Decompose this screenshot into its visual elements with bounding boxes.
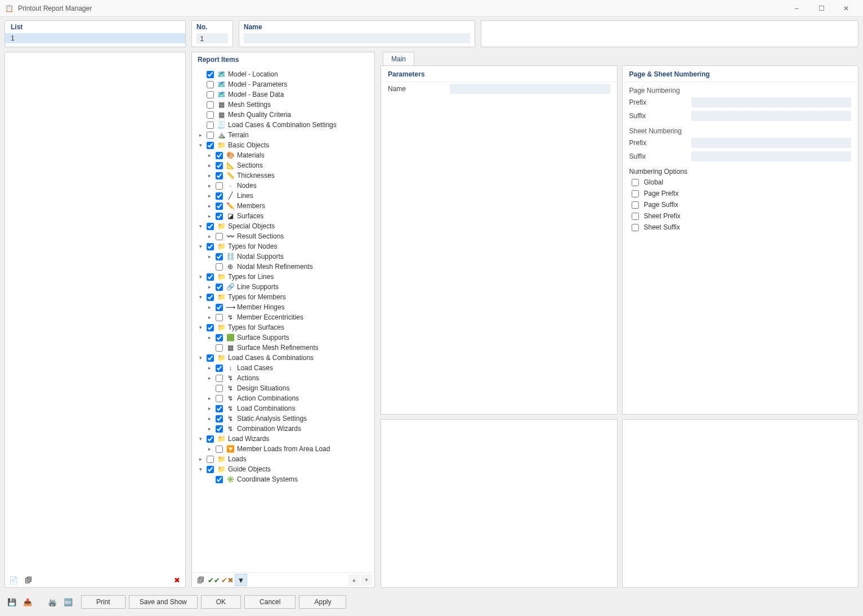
- tree-item[interactable]: ▸⟶Member Hinges: [198, 302, 372, 312]
- tree-item-checkbox[interactable]: [207, 142, 214, 149]
- maximize-button[interactable]: ☐: [809, 1, 834, 16]
- tree-item-checkbox[interactable]: [216, 425, 223, 433]
- numbering-option-checkbox[interactable]: [632, 179, 639, 186]
- expand-icon[interactable]: ▸: [207, 444, 212, 454]
- tree-item[interactable]: ▸📏Thicknesses: [198, 170, 372, 181]
- tree-item-checkbox[interactable]: [207, 466, 214, 473]
- tree-item[interactable]: ▸↯Action Combinations: [198, 393, 372, 403]
- tree-item[interactable]: ▸↯Actions: [198, 373, 372, 383]
- expand-icon[interactable]: ▸: [207, 393, 212, 403]
- close-button[interactable]: ✕: [834, 1, 858, 16]
- tree-item[interactable]: 🗺️Model - Location: [198, 69, 372, 79]
- collapse-icon[interactable]: ▾: [198, 353, 203, 363]
- tree-item-checkbox[interactable]: [216, 476, 223, 483]
- tree-item-checkbox[interactable]: [207, 273, 214, 281]
- tree-item[interactable]: ▸⛰️Terrain: [198, 130, 372, 140]
- tree-item[interactable]: ✳️Coordinate Systems: [198, 474, 372, 484]
- expand-icon[interactable]: ▸: [207, 231, 212, 241]
- expand-icon[interactable]: ▸: [207, 251, 212, 262]
- list-item[interactable]: 1: [5, 33, 185, 43]
- ok-button[interactable]: OK: [201, 595, 241, 609]
- tree-item-checkbox[interactable]: [216, 253, 223, 260]
- tree-item[interactable]: ▸↓Load Cases: [198, 363, 372, 373]
- language-button[interactable]: 🔤: [62, 596, 74, 608]
- tree-item-checkbox[interactable]: [207, 223, 214, 230]
- tree-item-checkbox[interactable]: [216, 192, 223, 200]
- tree-item-checkbox[interactable]: [207, 122, 214, 129]
- export-button[interactable]: 💾: [6, 596, 18, 608]
- expand-icon[interactable]: ▸: [207, 191, 212, 201]
- copy-list-button[interactable]: 🗐: [22, 574, 34, 586]
- report-items-tree[interactable]: 🗺️Model - Location🗺️Model - Parameters🗺️…: [192, 67, 374, 572]
- tree-item-checkbox[interactable]: [207, 111, 214, 119]
- tree-item[interactable]: ↯Design Situations: [198, 383, 372, 393]
- tree-item[interactable]: ▸✏️Members: [198, 201, 372, 211]
- expand-icon[interactable]: ▸: [207, 302, 212, 312]
- tree-item-checkbox[interactable]: [216, 172, 223, 179]
- tree-item-checkbox[interactable]: [207, 324, 214, 331]
- tree-item[interactable]: ▾📁Types for Surfaces: [198, 322, 372, 332]
- expand-icon[interactable]: ▸: [207, 160, 212, 170]
- tree-item-checkbox[interactable]: [216, 284, 223, 291]
- expand-icon[interactable]: ▸: [207, 363, 212, 373]
- tree-item[interactable]: ▾📁Load Cases & Combinations: [198, 353, 372, 363]
- tree-item[interactable]: ▾📁Special Objects: [198, 221, 372, 231]
- expand-icon[interactable]: ▸: [207, 332, 212, 343]
- tree-item[interactable]: ▸🟩Surface Supports: [198, 332, 372, 343]
- tree-filter-button[interactable]: ▼: [235, 574, 247, 586]
- tree-item-checkbox[interactable]: [216, 415, 223, 422]
- expand-icon[interactable]: ▸: [207, 282, 212, 292]
- tree-item-checkbox[interactable]: [207, 91, 214, 98]
- tree-item[interactable]: ▸🔗Line Supports: [198, 282, 372, 292]
- expand-icon[interactable]: ▸: [207, 424, 212, 434]
- tree-item-checkbox[interactable]: [216, 314, 223, 321]
- tree-item-checkbox[interactable]: [216, 152, 223, 159]
- tree-item[interactable]: ▾📁Types for Lines: [198, 272, 372, 282]
- expand-icon[interactable]: ▸: [207, 373, 212, 383]
- collapse-icon[interactable]: ▾: [198, 272, 203, 282]
- tree-item[interactable]: ▸·Nodes: [198, 181, 372, 191]
- name-field[interactable]: [244, 33, 470, 43]
- tree-item-checkbox[interactable]: [207, 81, 214, 88]
- tree-copy-button[interactable]: 🗐: [194, 574, 207, 586]
- print-preview-button[interactable]: 🖨️: [46, 596, 59, 608]
- expand-icon[interactable]: ▸: [207, 181, 212, 191]
- tree-item-checkbox[interactable]: [216, 162, 223, 169]
- numbering-option-checkbox[interactable]: [632, 213, 639, 220]
- collapse-icon[interactable]: ▾: [198, 140, 203, 150]
- tree-item-checkbox[interactable]: [207, 354, 214, 362]
- tree-item-checkbox[interactable]: [216, 395, 223, 402]
- tree-item[interactable]: ▸📁Loads: [198, 454, 372, 464]
- expand-icon[interactable]: ▸: [207, 413, 212, 424]
- move-down-button[interactable]: ▼: [361, 574, 372, 586]
- tree-item-checkbox[interactable]: [207, 294, 214, 301]
- save-and-show-button[interactable]: Save and Show: [129, 595, 198, 609]
- collapse-icon[interactable]: ▾: [198, 464, 203, 474]
- tree-item-checkbox[interactable]: [207, 243, 214, 250]
- collapse-icon[interactable]: ▾: [198, 221, 203, 231]
- tree-item[interactable]: ▸〰️Result Sections: [198, 231, 372, 241]
- tree-check-all-button[interactable]: ✔✔: [208, 574, 220, 586]
- expand-icon[interactable]: ▸: [198, 454, 203, 464]
- tree-item[interactable]: ▾📁Guide Objects: [198, 464, 372, 474]
- collapse-icon[interactable]: ▾: [198, 322, 203, 332]
- expand-icon[interactable]: ▸: [207, 150, 212, 160]
- tree-item-checkbox[interactable]: [216, 213, 223, 220]
- tree-item[interactable]: ▸╱Lines: [198, 191, 372, 201]
- tree-item[interactable]: ▾📁Types for Nodes: [198, 241, 372, 251]
- tree-item[interactable]: ▦Mesh Quality Criteria: [198, 110, 372, 120]
- tree-item-checkbox[interactable]: [207, 71, 214, 78]
- move-up-button[interactable]: ▲: [348, 574, 360, 586]
- tree-item[interactable]: ▸◪Surfaces: [198, 211, 372, 221]
- tree-item-checkbox[interactable]: [216, 233, 223, 240]
- tree-item[interactable]: 🗺️Model - Parameters: [198, 79, 372, 89]
- print-button[interactable]: Print: [81, 595, 126, 609]
- tree-item[interactable]: ▸↯Static Analysis Settings: [198, 413, 372, 424]
- collapse-icon[interactable]: ▾: [198, 292, 203, 302]
- tree-item-checkbox[interactable]: [207, 456, 214, 463]
- tree-item[interactable]: ▸⛓️Nodal Supports: [198, 251, 372, 262]
- collapse-icon[interactable]: ▾: [198, 241, 203, 251]
- tree-item-checkbox[interactable]: [216, 375, 223, 382]
- tree-item[interactable]: ▸📐Sections: [198, 160, 372, 170]
- tree-item-checkbox[interactable]: [216, 405, 223, 412]
